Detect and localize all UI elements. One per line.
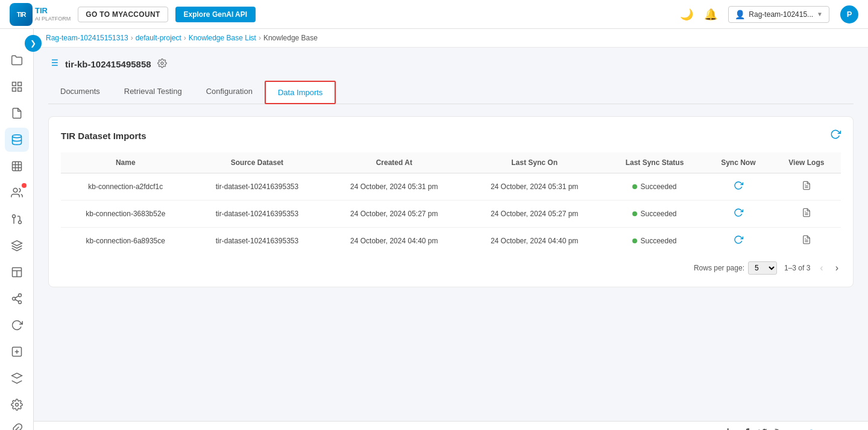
sidebar-item-layers[interactable] [5,366,29,390]
status-dot [632,238,637,243]
rows-per-page-select[interactable]: 5 10 25 [748,261,777,275]
rss-icon[interactable] [773,428,783,430]
svg-marker-26 [11,373,22,378]
cell-last-sync: 24 October, 2024 04:40 pm [464,228,605,255]
next-page-button[interactable]: › [833,261,841,275]
cell-last-sync: 24 October, 2024 05:27 pm [464,201,605,228]
cell-last-sync: 24 October, 2024 05:31 pm [464,173,605,201]
rows-per-page-label: Rows per page: [694,264,744,272]
top-nav: TIR TIR AI PLATFORM GO TO MYACCOUNT Expl… [0,0,868,29]
pagination: Rows per page: 5 10 25 1–3 of 3 ‹ › [61,254,841,275]
svg-rect-2 [17,88,21,92]
cell-status: Succeeded [605,228,705,255]
main-content: tir-kb-102415495858 Documents Retrieval … [34,48,868,421]
breadcrumb-item-team[interactable]: Rag-team-102415151313 [46,34,128,42]
logo-text: TIR AI PLATFORM [35,6,71,23]
svg-point-36 [161,62,163,64]
view-logs-button[interactable] [802,181,811,193]
cell-created-at: 24 October, 2024 05:31 pm [324,173,464,201]
svg-rect-0 [12,83,16,86]
svg-rect-5 [12,162,21,171]
table-row: kb-connection-a2fdcf1c tir-dataset-10241… [61,173,841,201]
col-last-sync: Last Sync On [464,152,605,173]
breadcrumb: Rag-team-102415151313 › default-project … [34,29,868,48]
cell-created-at: 24 October, 2024 04:40 pm [324,228,464,255]
go-to-myaccount-button[interactable]: GO TO MYACCOUNT [78,7,168,22]
sidebar-item-database[interactable] [5,128,29,152]
sidebar-bottom [5,393,29,430]
sidebar-item-grid[interactable] [5,154,29,178]
sidebar-item-puzzle[interactable] [5,417,29,430]
cell-source: tir-dataset-102416395353 [190,228,324,255]
svg-point-10 [13,189,17,193]
sidebar-item-document[interactable] [5,101,29,125]
sync-now-button[interactable] [734,235,743,247]
cell-sync-now [705,228,772,255]
tabs: Documents Retrieval Testing Configuratio… [48,81,854,104]
logo: TIR TIR AI PLATFORM [10,3,71,26]
sidebar-item-add[interactable] [5,340,29,364]
explore-genai-api-button[interactable]: Explore GenAI API [175,7,256,22]
sync-now-button[interactable] [734,208,743,220]
svg-line-21 [15,299,19,301]
col-source: Source Dataset [190,152,324,173]
sidebar-item-nodes[interactable] [5,234,29,258]
kb-id: tir-kb-102415495858 [65,59,151,69]
twitter-icon[interactable] [758,428,767,430]
kb-header: tir-kb-102415495858 [48,57,854,71]
tab-retrieval-testing[interactable]: Retrieval Testing [112,81,194,104]
cell-sync-now [705,201,772,228]
svg-line-22 [15,296,19,298]
imports-table: Name Source Dataset Created At Last Sync… [61,152,841,254]
dark-mode-toggle[interactable]: 🌙 [680,8,693,21]
notifications-icon[interactable]: 🔔 [704,8,717,21]
cell-sync-now [705,173,772,201]
cell-view-logs [772,173,841,201]
svg-point-20 [18,301,21,304]
col-view-logs: View Logs [772,152,841,173]
col-name: Name [61,152,190,173]
cell-name: kb-connection-a2fdcf1c [61,173,190,201]
sidebar-item-table[interactable] [5,260,29,284]
prev-page-button[interactable]: ‹ [817,261,825,275]
kb-list-icon [48,57,59,71]
tab-documents[interactable]: Documents [48,81,112,104]
cell-view-logs [772,228,841,255]
nav-icons: 🌙 🔔 👤 Rag-team-102415... ▼ P [680,5,858,23]
team-selector[interactable]: 👤 Rag-team-102415... ▼ [728,6,829,23]
svg-rect-3 [12,88,16,92]
table-row: kb-connection-6a8935ce tir-dataset-10241… [61,228,841,255]
facebook-icon[interactable] [742,428,752,430]
sidebar-item-settings[interactable] [5,393,29,417]
svg-point-4 [12,135,21,138]
sidebar-toggle[interactable]: ❯ [25,35,42,52]
card-header: TIR Dataset Imports [61,129,841,143]
sync-now-button[interactable] [734,181,743,193]
sidebar-item-git[interactable] [5,207,29,231]
refresh-button[interactable] [830,129,841,143]
view-logs-button[interactable] [802,208,811,220]
sidebar-item-refresh[interactable] [5,313,29,337]
svg-point-18 [18,294,21,297]
col-created: Created At [324,152,464,173]
team-name: Rag-team-102415... [749,10,813,19]
tab-data-imports[interactable]: Data Imports [265,81,336,104]
sidebar-item-folder[interactable] [5,48,29,72]
app-body: ❯ [0,29,868,430]
avatar[interactable]: P [840,5,858,23]
sidebar-item-users[interactable] [5,181,29,205]
breadcrumb-item-project[interactable]: default-project [136,34,181,42]
tab-configuration[interactable]: Configuration [194,81,265,104]
linkedin-icon[interactable] [726,428,736,430]
sidebar-item-share[interactable] [5,287,29,311]
col-sync-now: Sync Now [705,152,772,173]
card-title: TIR Dataset Imports [61,131,146,141]
status-dot [632,184,637,189]
view-logs-button[interactable] [802,235,811,247]
cell-status: Succeeded [605,173,705,201]
sidebar: ❯ [0,29,34,430]
breadcrumb-item-kb-list[interactable]: Knowledge Base List [189,34,256,42]
sidebar-item-dashboard[interactable] [5,75,29,99]
footer-social [726,428,783,430]
kb-settings-icon[interactable] [157,58,167,70]
